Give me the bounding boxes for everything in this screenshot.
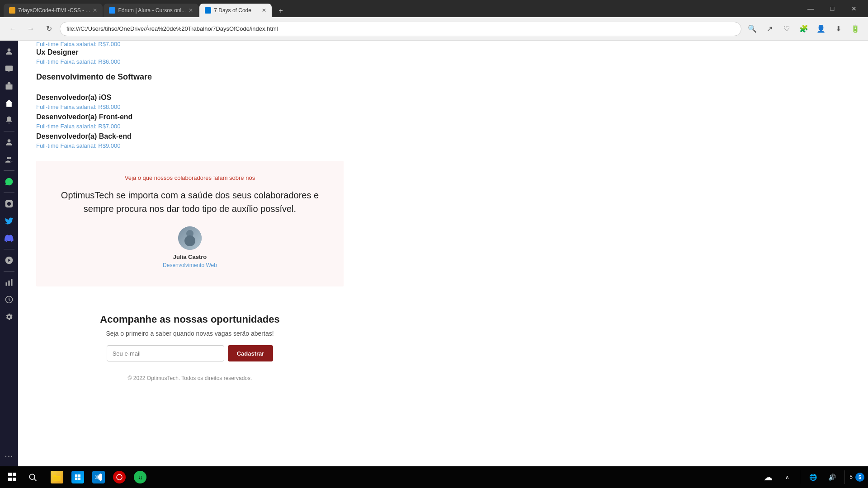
taskbar-ms-store[interactable] bbox=[68, 467, 88, 487]
sidebar-divider-1 bbox=[4, 131, 14, 131]
taskbar-red-app[interactable] bbox=[109, 467, 129, 487]
newsletter-section: Acompanhe as nossas oportunidades Seja o… bbox=[18, 300, 362, 399]
left-sidebar: ··· bbox=[0, 41, 18, 466]
red-circle-icon bbox=[113, 471, 126, 483]
svg-line-19 bbox=[34, 479, 37, 481]
taskbar-divider bbox=[800, 470, 800, 484]
sidebar-clock[interactable] bbox=[2, 292, 16, 307]
vscode-icon bbox=[92, 471, 105, 483]
profile-icon[interactable]: 👤 bbox=[814, 22, 828, 36]
tab-1[interactable]: 7daysOfCode-HTML-CSS - ... ✕ bbox=[4, 4, 103, 17]
taskbar-time[interactable]: 5 bbox=[849, 474, 853, 481]
minimize-button[interactable]: — bbox=[800, 1, 821, 16]
job-backend: Desenvolvedor(a) Back-end Full-time Faix… bbox=[36, 132, 344, 149]
testimonial-section: Veja o que nossos colaboradores falam so… bbox=[36, 161, 344, 286]
tab1-close[interactable]: ✕ bbox=[93, 7, 97, 14]
sidebar-discord[interactable] bbox=[2, 231, 16, 245]
sidebar-chart[interactable] bbox=[2, 275, 16, 290]
svg-rect-13 bbox=[6, 282, 7, 286]
ux-salary-label: Full-time Faixa salarial: R$7.000 bbox=[36, 41, 344, 47]
sidebar-bag[interactable] bbox=[2, 79, 16, 93]
forward-button[interactable]: → bbox=[24, 22, 38, 36]
battery-icon[interactable]: 🔋 bbox=[848, 22, 863, 36]
salary-label-2: Full-time Faixa salarial: R$6.000 bbox=[36, 58, 344, 65]
tab1-favicon bbox=[9, 7, 15, 14]
sidebar-settings[interactable] bbox=[2, 310, 16, 324]
sidebar-instagram[interactable] bbox=[2, 197, 16, 211]
ms-store-icon bbox=[71, 471, 84, 483]
page-content: Full-time Faixa salarial: R$7.000 Ux Des… bbox=[18, 41, 868, 466]
tab2-favicon bbox=[109, 7, 115, 14]
taskbar: ♫ ☁ ∧ 🌐 🔊 5 5 bbox=[0, 466, 868, 488]
sidebar-twitter[interactable] bbox=[2, 214, 16, 228]
svg-point-0 bbox=[8, 48, 11, 52]
taskbar-network-icon[interactable]: 🌐 bbox=[805, 469, 821, 485]
tab2-close[interactable]: ✕ bbox=[189, 7, 193, 14]
job-ux-salary: Full-time Faixa salarial: R$7.000 bbox=[36, 41, 344, 47]
back-button[interactable]: ← bbox=[5, 22, 20, 36]
frontend-title: Desenvolvedor(a) Front-end bbox=[36, 113, 344, 121]
ux-designer-title: Ux Designer bbox=[36, 48, 344, 56]
testimonial-text: OptimusTech se importa com a saúde dos s… bbox=[54, 188, 326, 216]
svg-point-18 bbox=[29, 474, 35, 479]
sidebar-divider-5 bbox=[4, 271, 14, 272]
avatar bbox=[178, 226, 202, 250]
tab3-close[interactable]: ✕ bbox=[262, 7, 266, 14]
job-frontend: Desenvolvedor(a) Front-end Full-time Fai… bbox=[36, 113, 344, 130]
sidebar-home[interactable] bbox=[2, 96, 16, 110]
taskbar-apps: ♫ bbox=[47, 467, 150, 487]
maximize-button[interactable]: □ bbox=[822, 1, 843, 16]
sidebar-whatsapp[interactable] bbox=[2, 174, 16, 189]
taskbar-tray-expand[interactable]: ∧ bbox=[779, 469, 795, 485]
taskbar-cloud-icon[interactable]: ☁ bbox=[760, 469, 776, 485]
tab3-label: 7 Days of Code bbox=[214, 7, 259, 14]
explorer-icon bbox=[51, 471, 63, 483]
avatar-image bbox=[178, 226, 202, 250]
download-icon[interactable]: ⬇ bbox=[831, 22, 845, 36]
sidebar-notification[interactable] bbox=[2, 113, 16, 127]
jobs-section: Full-time Faixa salarial: R$7.000 Ux Des… bbox=[18, 41, 362, 161]
software-section-header: Desenvolvimento de Software bbox=[36, 72, 344, 82]
tab1-label: 7daysOfCode-HTML-CSS - ... bbox=[18, 7, 90, 14]
tab-2[interactable]: Fórum | Alura - Cursos onl... ✕ bbox=[104, 4, 198, 17]
sidebar-profile[interactable] bbox=[2, 44, 16, 59]
toolbar-icons: 🔍 ↗ ♡ 🧩 👤 ⬇ 🔋 bbox=[745, 22, 863, 36]
backend-salary: Full-time Faixa salarial: R$9.000 bbox=[36, 142, 344, 149]
email-input[interactable] bbox=[107, 345, 224, 361]
extensions-icon[interactable]: 🧩 bbox=[797, 22, 811, 36]
bookmark-icon[interactable]: ♡ bbox=[779, 22, 794, 36]
signup-button[interactable]: Cadastrar bbox=[228, 345, 274, 361]
taskbar-file-explorer[interactable] bbox=[47, 467, 67, 487]
tab-3[interactable]: 7 Days of Code ✕ bbox=[199, 4, 272, 17]
main-area: ··· Full-time Faixa salarial: R$7.000 Ux… bbox=[0, 41, 868, 466]
tab3-favicon bbox=[205, 7, 211, 14]
close-button[interactable]: ✕ bbox=[844, 1, 864, 16]
new-tab-button[interactable]: + bbox=[274, 5, 287, 17]
newsletter-title: Acompanhe as nossas oportunidades bbox=[36, 314, 344, 325]
url-bar[interactable]: file:///C:/Users/tihso/OneDrive/Área%20d… bbox=[60, 22, 741, 36]
testimonial-tag: Veja o que nossos colaboradores falam so… bbox=[54, 174, 326, 181]
job-ios: Desenvolvedor(a) iOS Full-time Faixa sal… bbox=[36, 94, 344, 110]
taskbar-start-button[interactable] bbox=[4, 468, 22, 486]
url-text: file:///C:/Users/tihso/OneDrive/Área%20d… bbox=[66, 25, 278, 32]
svg-point-9 bbox=[7, 202, 11, 206]
taskbar-vscode[interactable] bbox=[89, 467, 108, 487]
search-icon[interactable]: 🔍 bbox=[745, 22, 760, 36]
sidebar-chat[interactable] bbox=[2, 61, 16, 76]
taskbar-notification-badge[interactable]: 5 bbox=[855, 473, 864, 482]
svg-rect-14 bbox=[8, 281, 9, 286]
window-controls: — □ ✕ bbox=[800, 1, 864, 16]
taskbar-volume-icon[interactable]: 🔊 bbox=[824, 469, 840, 485]
sidebar-person[interactable] bbox=[2, 135, 16, 150]
browser-frame: 7daysOfCode-HTML-CSS - ... ✕ Fórum | Alu… bbox=[0, 0, 868, 488]
sidebar-group[interactable] bbox=[2, 152, 16, 167]
sidebar-more[interactable]: ··· bbox=[2, 448, 16, 463]
taskbar-search-button[interactable] bbox=[24, 468, 42, 486]
svg-rect-1 bbox=[5, 66, 13, 71]
send-icon[interactable]: ↗ bbox=[762, 22, 777, 36]
taskbar-spotify[interactable]: ♫ bbox=[130, 467, 150, 487]
spotify-icon: ♫ bbox=[134, 471, 146, 483]
ios-title: Desenvolvedor(a) iOS bbox=[36, 94, 344, 102]
reload-button[interactable]: ↻ bbox=[42, 22, 56, 36]
sidebar-play[interactable] bbox=[2, 253, 16, 267]
